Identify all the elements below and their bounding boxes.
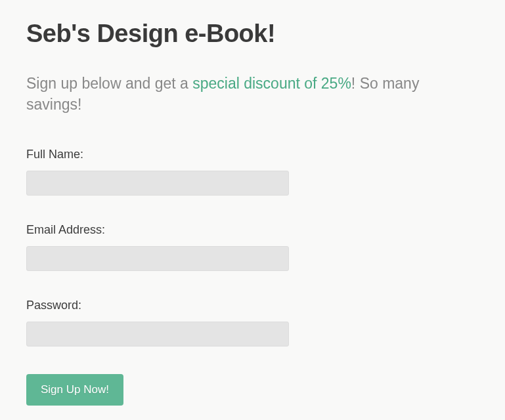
page-title: Seb's Design e-Book! — [26, 20, 479, 48]
subtitle-highlight: special discount of 25% — [192, 75, 351, 92]
signup-form: Full Name: Email Address: Password: Sign… — [26, 148, 479, 406]
signup-button[interactable]: Sign Up Now! — [26, 374, 123, 406]
fullname-group: Full Name: — [26, 148, 479, 196]
email-group: Email Address: — [26, 223, 479, 271]
subtitle-prefix: Sign up below and get a — [26, 75, 192, 92]
password-label: Password: — [26, 299, 479, 312]
fullname-input[interactable] — [26, 171, 289, 196]
password-group: Password: — [26, 299, 479, 346]
email-label: Email Address: — [26, 223, 479, 237]
email-input[interactable] — [26, 246, 289, 271]
page-subtitle: Sign up below and get a special discount… — [26, 73, 479, 115]
password-input[interactable] — [26, 322, 289, 346]
fullname-label: Full Name: — [26, 148, 479, 161]
